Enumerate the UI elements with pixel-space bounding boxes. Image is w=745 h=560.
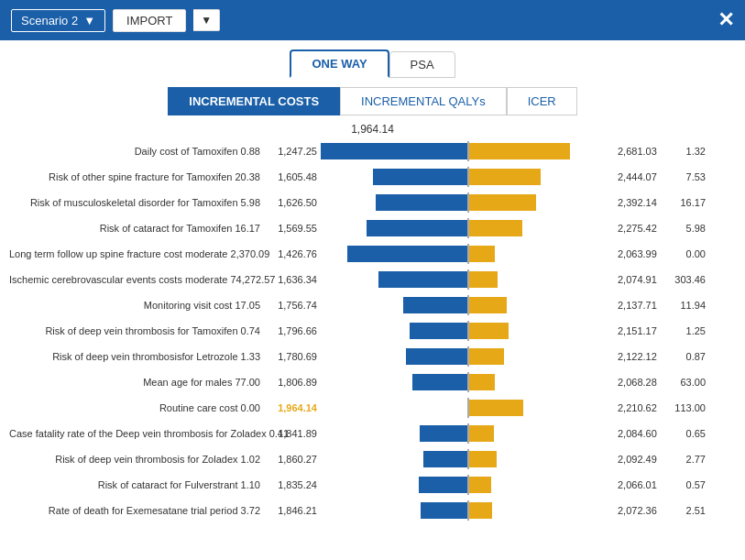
subtab-incremental-qalys[interactable]: INCREMENTAL QALYs	[340, 87, 507, 115]
row-label: Risk of cataract for Tamoxifen 16.17	[9, 223, 266, 234]
bar-blue	[421, 502, 467, 519]
row-icer-value: 113.00	[667, 402, 706, 413]
bar-container	[321, 143, 614, 159]
row-icer-value: 0.87	[667, 351, 706, 362]
row-left-value: 1,247.25	[266, 146, 321, 157]
chart-row: Case fatality rate of the Deep vein thro…	[9, 422, 736, 445]
baseline-marker-line	[467, 295, 469, 315]
dropdown-arrow-icon: ▼	[83, 14, 95, 27]
baseline-marker-line	[467, 500, 469, 521]
bar-gold	[467, 400, 523, 416]
row-label: Daily cost of Tamoxifen 0.88	[9, 146, 266, 157]
row-label: Risk of cataract for Fulverstrant 1.10	[9, 479, 266, 490]
row-label: Risk of deep vein thrombosisfor Letrozol…	[9, 351, 266, 362]
row-left-value: 1,806.89	[266, 377, 321, 388]
row-right-value: 2,137.71	[614, 300, 667, 311]
row-label: Mean age for males 77.00	[9, 377, 266, 388]
row-label: Ischemic cerebrovascular events costs mo…	[9, 274, 266, 285]
chart-row: Risk of deep vein thrombosis for Tamoxif…	[9, 319, 736, 343]
chart-row: Risk of other spine fracture for Tamoxif…	[9, 165, 736, 189]
row-label: Risk of other spine fracture for Tamoxif…	[9, 171, 266, 182]
import-button[interactable]: IMPORT	[113, 9, 186, 32]
row-right-value: 2,122.12	[614, 351, 667, 362]
row-label: Monitoring visit cost 17.05	[9, 300, 266, 311]
chart-area: Daily cost of Tamoxifen 0.881,247.252,68…	[0, 139, 745, 522]
chart-row: Risk of cataract for Tamoxifen 16.171,56…	[9, 216, 736, 240]
baseline-marker-line	[467, 398, 469, 418]
row-left-value: 1,626.50	[266, 197, 321, 208]
tab-psa[interactable]: PSA	[389, 51, 455, 78]
row-label: Routine care cost 0.00	[9, 402, 266, 413]
bar-container	[321, 477, 614, 493]
scenario-dropdown[interactable]: Scenario 2 ▼	[11, 9, 105, 32]
bar-container	[321, 374, 614, 390]
header: Scenario 2 ▼ IMPORT ▼ ✕	[0, 0, 745, 40]
chart-row: Risk of cataract for Fulverstrant 1.101,…	[9, 473, 736, 497]
chart-row: Risk of deep vein thrombosisfor Letrozol…	[9, 345, 736, 368]
close-button[interactable]: ✕	[718, 10, 734, 30]
baseline-marker-line	[467, 449, 469, 469]
bar-blue	[412, 374, 467, 390]
row-right-value: 2,444.07	[614, 171, 667, 182]
bar-gold	[467, 271, 498, 288]
bar-container	[321, 271, 614, 288]
row-label: Risk of musculoskeletal disorder for Tam…	[9, 197, 266, 208]
baseline-value: 1,964.14	[351, 123, 394, 136]
bar-blue	[367, 220, 467, 236]
row-left-value: 1,756.74	[266, 300, 321, 311]
bar-blue	[410, 323, 467, 339]
bar-blue	[376, 194, 467, 211]
chart-row: Risk of deep vein thrombosis for Zoladex…	[9, 447, 736, 471]
main-container: Scenario 2 ▼ IMPORT ▼ ✕ ONE WAY PSA INCR…	[0, 0, 745, 560]
subtab-incremental-costs[interactable]: INCREMENTAL COSTS	[168, 87, 340, 115]
bar-gold	[467, 425, 494, 442]
baseline-marker-line	[467, 192, 469, 213]
chart-row: Mean age for males 77.001,806.892,068.28…	[9, 370, 736, 394]
row-left-value: 1,426.76	[266, 248, 321, 259]
row-icer-value: 1.25	[667, 325, 706, 336]
row-icer-value: 16.17	[667, 197, 706, 208]
row-right-value: 2,063.99	[614, 248, 667, 259]
subtab-icer[interactable]: ICER	[507, 87, 577, 115]
row-right-value: 2,092.49	[614, 454, 667, 465]
bar-gold	[467, 323, 509, 339]
import-dropdown-arrow[interactable]: ▼	[193, 9, 220, 31]
row-right-value: 2,074.91	[614, 274, 667, 285]
baseline-marker-line	[467, 244, 469, 264]
row-icer-value: 2.77	[667, 454, 706, 465]
bar-gold	[467, 297, 507, 313]
bar-blue	[378, 271, 467, 288]
row-label: Case fatality rate of the Deep vein thro…	[9, 428, 266, 439]
subtab-row: INCREMENTAL COSTS INCREMENTAL QALYs ICER	[0, 78, 745, 119]
baseline-row: 1,964.14	[0, 119, 745, 137]
row-icer-value: 7.53	[667, 171, 706, 182]
row-right-value: 2,151.17	[614, 325, 667, 336]
bar-gold	[467, 348, 504, 365]
row-icer-value: 63.00	[667, 377, 706, 388]
chart-row: Rate of death for Exemesatane trial peri…	[9, 499, 736, 522]
baseline-marker-line	[467, 346, 469, 367]
bar-blue	[420, 425, 467, 442]
row-icer-value: 5.98	[667, 223, 706, 234]
baseline-marker-line	[467, 321, 469, 341]
row-left-value: 1,636.34	[266, 274, 321, 285]
tab-one-way[interactable]: ONE WAY	[290, 49, 389, 78]
baseline-marker-line	[467, 269, 469, 290]
row-label: Risk of deep vein thrombosis for Tamoxif…	[9, 325, 266, 336]
bar-blue	[419, 477, 467, 493]
bar-container	[321, 323, 614, 339]
bar-gold	[467, 143, 570, 159]
chart-row: Long term follow up spine fracture cost …	[9, 242, 736, 266]
bar-blue	[423, 451, 467, 467]
chart-row: Ischemic cerebrovascular events costs mo…	[9, 268, 736, 291]
bar-gold	[467, 502, 492, 519]
row-left-value: 1,964.14	[266, 402, 321, 413]
bar-gold	[467, 194, 536, 211]
row-right-value: 2,210.62	[614, 402, 667, 413]
row-left-value: 1,796.66	[266, 325, 321, 336]
bar-gold	[467, 246, 495, 262]
bar-container	[321, 194, 614, 211]
baseline-marker-line	[467, 167, 469, 187]
bar-blue	[406, 348, 467, 365]
row-right-value: 2,068.28	[614, 377, 667, 388]
